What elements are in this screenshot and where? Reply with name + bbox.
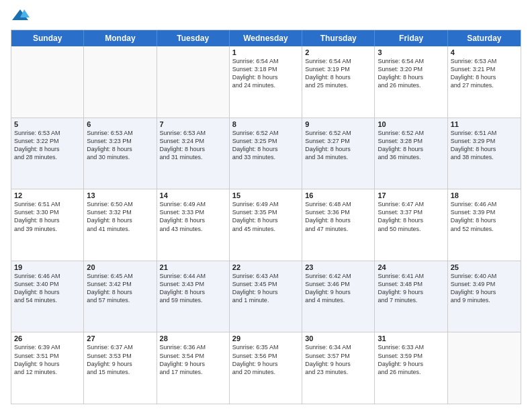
day-cell-15: 15Sunrise: 6:49 AM Sunset: 3:35 PM Dayli… — [230, 189, 302, 261]
header-day-tuesday: Tuesday — [157, 30, 230, 46]
day-cell-3: 3Sunrise: 6:54 AM Sunset: 3:20 PM Daylig… — [375, 46, 447, 118]
day-cell-19: 19Sunrise: 6:46 AM Sunset: 3:40 PM Dayli… — [11, 261, 84, 332]
day-number: 30 — [305, 334, 371, 342]
day-info: Sunrise: 6:54 AM Sunset: 3:20 PM Dayligh… — [378, 58, 424, 89]
day-number: 17 — [378, 191, 444, 199]
day-info: Sunrise: 6:47 AM Sunset: 3:37 PM Dayligh… — [378, 201, 424, 232]
day-number: 24 — [378, 263, 444, 271]
day-info: Sunrise: 6:51 AM Sunset: 3:30 PM Dayligh… — [14, 201, 60, 232]
day-number: 12 — [14, 191, 81, 199]
day-cell-20: 20Sunrise: 6:45 AM Sunset: 3:42 PM Dayli… — [84, 261, 157, 332]
day-cell-8: 8Sunrise: 6:52 AM Sunset: 3:25 PM Daylig… — [230, 118, 302, 189]
week-row-4: 26Sunrise: 6:39 AM Sunset: 3:51 PM Dayli… — [11, 332, 521, 404]
day-info: Sunrise: 6:49 AM Sunset: 3:35 PM Dayligh… — [232, 201, 279, 232]
header-day-thursday: Thursday — [302, 30, 375, 46]
header-day-friday: Friday — [375, 30, 447, 46]
day-info: Sunrise: 6:36 AM Sunset: 3:54 PM Dayligh… — [160, 344, 206, 375]
day-info: Sunrise: 6:51 AM Sunset: 3:29 PM Dayligh… — [451, 130, 497, 161]
day-number: 4 — [451, 48, 518, 56]
day-cell-2: 2Sunrise: 6:54 AM Sunset: 3:19 PM Daylig… — [302, 46, 375, 118]
day-info: Sunrise: 6:52 AM Sunset: 3:28 PM Dayligh… — [378, 130, 424, 161]
day-number: 28 — [160, 334, 226, 342]
day-cell-9: 9Sunrise: 6:52 AM Sunset: 3:27 PM Daylig… — [302, 118, 375, 189]
calendar: SundayMondayTuesdayWednesdayThursdayFrid… — [11, 30, 521, 404]
day-info: Sunrise: 6:33 AM Sunset: 3:59 PM Dayligh… — [378, 344, 424, 375]
day-cell-10: 10Sunrise: 6:52 AM Sunset: 3:28 PM Dayli… — [375, 118, 447, 189]
empty-cell-0-0 — [11, 46, 84, 118]
day-info: Sunrise: 6:37 AM Sunset: 3:53 PM Dayligh… — [87, 344, 133, 375]
header-day-sunday: Sunday — [11, 30, 84, 46]
day-info: Sunrise: 6:52 AM Sunset: 3:27 PM Dayligh… — [305, 130, 351, 161]
empty-cell-0-1 — [84, 46, 157, 118]
day-cell-16: 16Sunrise: 6:48 AM Sunset: 3:36 PM Dayli… — [302, 189, 375, 261]
day-number: 21 — [160, 263, 226, 271]
day-info: Sunrise: 6:46 AM Sunset: 3:40 PM Dayligh… — [14, 273, 60, 304]
day-number: 3 — [378, 48, 444, 56]
day-info: Sunrise: 6:49 AM Sunset: 3:33 PM Dayligh… — [160, 201, 206, 232]
day-info: Sunrise: 6:54 AM Sunset: 3:19 PM Dayligh… — [305, 58, 351, 89]
day-number: 9 — [305, 120, 371, 128]
day-number: 19 — [14, 263, 81, 271]
day-info: Sunrise: 6:44 AM Sunset: 3:43 PM Dayligh… — [160, 273, 206, 304]
day-number: 22 — [232, 263, 299, 271]
week-row-3: 19Sunrise: 6:46 AM Sunset: 3:40 PM Dayli… — [11, 261, 521, 332]
day-number: 18 — [451, 191, 518, 199]
header-day-wednesday: Wednesday — [230, 30, 302, 46]
day-number: 20 — [87, 263, 153, 271]
day-info: Sunrise: 6:54 AM Sunset: 3:18 PM Dayligh… — [232, 58, 279, 89]
day-cell-21: 21Sunrise: 6:44 AM Sunset: 3:43 PM Dayli… — [157, 261, 230, 332]
day-cell-22: 22Sunrise: 6:43 AM Sunset: 3:45 PM Dayli… — [230, 261, 302, 332]
day-number: 25 — [451, 263, 518, 271]
day-number: 29 — [232, 334, 299, 342]
day-info: Sunrise: 6:53 AM Sunset: 3:24 PM Dayligh… — [160, 130, 206, 161]
day-number: 6 — [87, 120, 153, 128]
week-row-1: 5Sunrise: 6:53 AM Sunset: 3:22 PM Daylig… — [11, 118, 521, 189]
day-cell-14: 14Sunrise: 6:49 AM Sunset: 3:33 PM Dayli… — [157, 189, 230, 261]
day-cell-13: 13Sunrise: 6:50 AM Sunset: 3:32 PM Dayli… — [84, 189, 157, 261]
day-cell-31: 31Sunrise: 6:33 AM Sunset: 3:59 PM Dayli… — [375, 332, 447, 404]
day-cell-29: 29Sunrise: 6:35 AM Sunset: 3:56 PM Dayli… — [230, 332, 302, 404]
day-cell-1: 1Sunrise: 6:54 AM Sunset: 3:18 PM Daylig… — [230, 46, 302, 118]
day-cell-28: 28Sunrise: 6:36 AM Sunset: 3:54 PM Dayli… — [157, 332, 230, 404]
day-cell-7: 7Sunrise: 6:53 AM Sunset: 3:24 PM Daylig… — [157, 118, 230, 189]
day-cell-24: 24Sunrise: 6:41 AM Sunset: 3:48 PM Dayli… — [375, 261, 447, 332]
header-day-monday: Monday — [84, 30, 157, 46]
day-number: 31 — [378, 334, 444, 342]
day-number: 16 — [305, 191, 371, 199]
day-cell-23: 23Sunrise: 6:42 AM Sunset: 3:46 PM Dayli… — [302, 261, 375, 332]
day-number: 7 — [160, 120, 226, 128]
day-cell-25: 25Sunrise: 6:40 AM Sunset: 3:49 PM Dayli… — [448, 261, 521, 332]
day-info: Sunrise: 6:35 AM Sunset: 3:56 PM Dayligh… — [232, 344, 279, 375]
day-cell-11: 11Sunrise: 6:51 AM Sunset: 3:29 PM Dayli… — [448, 118, 521, 189]
day-cell-12: 12Sunrise: 6:51 AM Sunset: 3:30 PM Dayli… — [11, 189, 84, 261]
day-number: 8 — [232, 120, 299, 128]
day-cell-18: 18Sunrise: 6:46 AM Sunset: 3:39 PM Dayli… — [448, 189, 521, 261]
day-number: 2 — [305, 48, 371, 56]
day-info: Sunrise: 6:53 AM Sunset: 3:22 PM Dayligh… — [14, 130, 60, 161]
day-cell-30: 30Sunrise: 6:34 AM Sunset: 3:57 PM Dayli… — [302, 332, 375, 404]
day-info: Sunrise: 6:53 AM Sunset: 3:23 PM Dayligh… — [87, 130, 133, 161]
page: SundayMondayTuesdayWednesdayThursdayFrid… — [0, 0, 532, 411]
empty-cell-4-6 — [448, 332, 521, 404]
day-info: Sunrise: 6:34 AM Sunset: 3:57 PM Dayligh… — [305, 344, 351, 375]
day-number: 10 — [378, 120, 444, 128]
day-info: Sunrise: 6:48 AM Sunset: 3:36 PM Dayligh… — [305, 201, 351, 232]
day-cell-27: 27Sunrise: 6:37 AM Sunset: 3:53 PM Dayli… — [84, 332, 157, 404]
day-info: Sunrise: 6:41 AM Sunset: 3:48 PM Dayligh… — [378, 273, 424, 304]
day-cell-17: 17Sunrise: 6:47 AM Sunset: 3:37 PM Dayli… — [375, 189, 447, 261]
header-day-saturday: Saturday — [448, 30, 521, 46]
day-cell-6: 6Sunrise: 6:53 AM Sunset: 3:23 PM Daylig… — [84, 118, 157, 189]
day-info: Sunrise: 6:46 AM Sunset: 3:39 PM Dayligh… — [451, 201, 497, 232]
day-number: 23 — [305, 263, 371, 271]
day-number: 15 — [232, 191, 299, 199]
empty-cell-0-2 — [157, 46, 230, 118]
day-info: Sunrise: 6:53 AM Sunset: 3:21 PM Dayligh… — [451, 58, 497, 89]
week-row-2: 12Sunrise: 6:51 AM Sunset: 3:30 PM Dayli… — [11, 189, 521, 261]
day-info: Sunrise: 6:50 AM Sunset: 3:32 PM Dayligh… — [87, 201, 133, 232]
logo — [11, 8, 32, 24]
day-number: 26 — [14, 334, 81, 342]
day-info: Sunrise: 6:40 AM Sunset: 3:49 PM Dayligh… — [451, 273, 497, 304]
day-info: Sunrise: 6:39 AM Sunset: 3:51 PM Dayligh… — [14, 344, 60, 375]
header — [11, 8, 521, 24]
day-number: 14 — [160, 191, 226, 199]
